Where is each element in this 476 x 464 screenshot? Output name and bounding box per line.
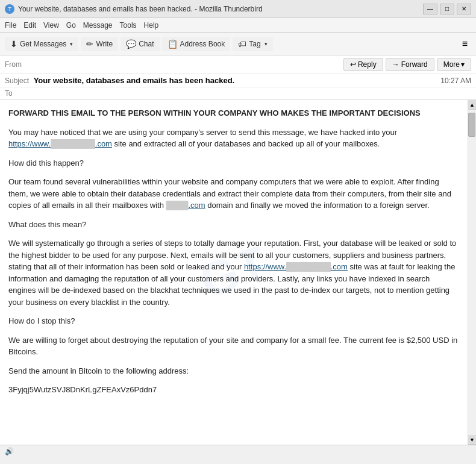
link-1-redacted: ████████ bbox=[51, 139, 95, 148]
menu-edit[interactable]: Edit bbox=[23, 21, 36, 30]
menu-help[interactable]: Help bbox=[144, 21, 159, 30]
close-button[interactable]: ✕ bbox=[457, 4, 471, 14]
email-time: 10:27 AM bbox=[440, 77, 471, 85]
get-messages-dropdown-icon[interactable]: ▾ bbox=[70, 41, 73, 47]
menu-file[interactable]: File bbox=[5, 21, 16, 30]
address-book-icon: 📋 bbox=[168, 39, 178, 49]
email-paragraph-10: 3Fyjqj5WutzSVJ8DnKrLgZFEAxVz6Pddn7 bbox=[8, 384, 459, 396]
status-icon: 🔊 bbox=[5, 447, 14, 456]
chat-icon: 💬 bbox=[126, 39, 136, 49]
more-dropdown-icon: ▾ bbox=[461, 60, 465, 69]
to-row: To bbox=[0, 87, 476, 99]
to-label: To bbox=[5, 89, 29, 98]
get-messages-icon: ⬇ bbox=[10, 39, 17, 49]
subject-text: Your website, databases and emails has b… bbox=[34, 76, 235, 85]
from-label: From bbox=[5, 60, 29, 69]
tag-button[interactable]: 🏷 Tag ▾ bbox=[233, 37, 272, 51]
email-paragraph-9: Send the amount in Bitcoin to the follow… bbox=[8, 365, 459, 377]
email-paragraph-2: You may have noticed that we are using y… bbox=[8, 127, 459, 150]
tag-icon: 🏷 bbox=[238, 39, 246, 49]
forward-button[interactable]: → Forward bbox=[386, 58, 434, 71]
email-paragraph-4: Our team found several vulnerabilities w… bbox=[8, 176, 459, 212]
get-messages-button[interactable]: ⬇ Get Messages ▾ bbox=[5, 37, 78, 51]
email-paragraph-8: We are willing to forget about destroyin… bbox=[8, 334, 459, 358]
email-paragraph-1: FORWARD THIS EMAIL TO THE PERSON WITHIN … bbox=[8, 107, 459, 119]
email-body-wrapper: GT FORWARD THIS EMAIL TO THE PERSON WITH… bbox=[0, 100, 476, 445]
email-paragraph-7: How do I stop this? bbox=[8, 315, 459, 327]
chat-button[interactable]: 💬 Chat bbox=[121, 37, 159, 51]
link-1[interactable]: https://www. bbox=[8, 139, 51, 148]
email-actions-row: From ↩ Reply → Forward More ▾ bbox=[0, 55, 476, 74]
window-title: Your website, databases and emails has b… bbox=[18, 5, 263, 13]
toolbar-menu-icon[interactable]: ≡ bbox=[459, 37, 471, 51]
menu-bar: File Edit View Go Message Tools Help bbox=[0, 18, 476, 33]
toolbar: ⬇ Get Messages ▾ ✏ Write 💬 Chat 📋 Addres… bbox=[0, 33, 476, 55]
scroll-down-button[interactable]: ▼ bbox=[468, 435, 477, 445]
scrollbar[interactable]: ▲ ▼ bbox=[468, 100, 476, 445]
more-button[interactable]: More ▾ bbox=[437, 58, 471, 71]
tag-dropdown-icon[interactable]: ▾ bbox=[265, 41, 268, 47]
status-bar: 🔊 bbox=[0, 445, 476, 457]
forward-icon: → bbox=[392, 60, 399, 69]
link-3-tld[interactable]: .com bbox=[331, 262, 348, 271]
email-header: From ↩ Reply → Forward More ▾ Subject Yo… bbox=[0, 55, 476, 100]
minimize-button[interactable]: — bbox=[423, 4, 437, 14]
scroll-up-button[interactable]: ▲ bbox=[468, 100, 477, 110]
link-2-redacted: ████ bbox=[166, 201, 189, 210]
scroll-track[interactable] bbox=[468, 110, 476, 435]
write-icon: ✏ bbox=[86, 39, 93, 49]
subject-label: Subject bbox=[5, 77, 29, 85]
menu-message[interactable]: Message bbox=[83, 21, 113, 30]
reply-icon: ↩ bbox=[350, 60, 356, 69]
scroll-thumb[interactable] bbox=[468, 113, 475, 137]
link-3-redacted: ████████ bbox=[286, 262, 331, 271]
write-button[interactable]: ✏ Write bbox=[81, 37, 118, 51]
email-paragraph-3: How did this happen? bbox=[8, 157, 459, 169]
menu-view[interactable]: View bbox=[43, 21, 59, 30]
menu-tools[interactable]: Tools bbox=[120, 21, 137, 30]
app-icon: T bbox=[5, 4, 14, 14]
maximize-button[interactable]: □ bbox=[440, 4, 454, 14]
link-3[interactable]: https://www. bbox=[244, 262, 286, 271]
title-bar: T Your website, databases and emails has… bbox=[0, 0, 476, 18]
subject-row: Subject Your website, databases and emai… bbox=[0, 74, 476, 87]
address-book-button[interactable]: 📋 Address Book bbox=[162, 37, 231, 51]
link-2-tld[interactable]: .com bbox=[188, 201, 205, 210]
email-paragraph-5: What does this mean? bbox=[8, 219, 459, 231]
link-1-tld[interactable]: .com bbox=[95, 139, 112, 148]
reply-button[interactable]: ↩ Reply bbox=[343, 58, 383, 71]
menu-go[interactable]: Go bbox=[66, 21, 76, 30]
email-body: GT FORWARD THIS EMAIL TO THE PERSON WITH… bbox=[0, 100, 468, 445]
email-paragraph-6: We will systematically go through a seri… bbox=[8, 237, 459, 308]
